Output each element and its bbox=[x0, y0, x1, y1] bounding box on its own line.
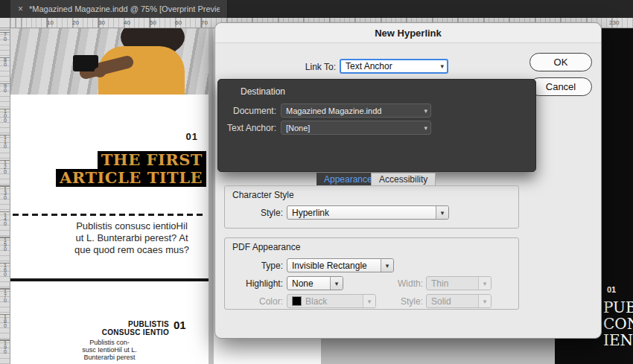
h-ruler-label: 30 bbox=[98, 19, 105, 26]
cancel-button[interactable]: Cancel bbox=[529, 77, 592, 96]
v-ruler-label: 80 bbox=[3, 58, 7, 67]
type-label: Type: bbox=[238, 261, 283, 271]
right-page-title-line: PUB bbox=[603, 299, 633, 316]
footer-heading-line: PUBLISTIS bbox=[102, 320, 169, 328]
destination-panel: Destination Document: Magazined Magazine… bbox=[217, 79, 536, 172]
right-page-number: 01 bbox=[607, 285, 616, 294]
h-ruler-label: 70 bbox=[201, 19, 208, 26]
chevron-down-icon: ▾ bbox=[436, 206, 448, 219]
v-ruler-label: 160 bbox=[3, 264, 7, 277]
type-value: Invisible Rectangle bbox=[292, 261, 367, 271]
chevron-down-icon: ▾ bbox=[478, 277, 491, 290]
footer-text-line: susc IentioHil ut L. bbox=[24, 346, 195, 354]
color-swatch bbox=[292, 296, 302, 306]
close-tab-icon[interactable]: × bbox=[18, 4, 23, 13]
dialog-title-bar: New Hyperlink bbox=[215, 23, 601, 43]
chevron-down-icon: ▾ bbox=[440, 63, 444, 70]
chevron-down-icon: ▾ bbox=[478, 295, 491, 307]
v-ruler-label: 100 bbox=[3, 109, 7, 123]
document-tab-title: *Magazined Magazine.indd @ 75% [Overprin… bbox=[29, 4, 220, 13]
ok-button-label: OK bbox=[554, 57, 568, 68]
article-body: Publistis consusc ientioHil ut L. Bunter… bbox=[57, 220, 207, 256]
footer-text-line: Publistis con- bbox=[24, 339, 195, 346]
h-ruler-label: 60 bbox=[175, 19, 182, 26]
chevron-down-icon: ▾ bbox=[330, 277, 343, 290]
v-ruler-label: 130 bbox=[3, 187, 7, 200]
tab-accessibility[interactable]: Accessibility bbox=[371, 173, 436, 186]
h-ruler-label: 230 bbox=[609, 19, 619, 26]
destination-document-value: Magazined Magazine.indd bbox=[286, 106, 381, 115]
h-ruler-label: 10 bbox=[47, 19, 54, 26]
link-to-dropdown[interactable]: Text Anchor ▾ bbox=[340, 59, 448, 74]
h-ruler-label: 20 bbox=[72, 19, 79, 26]
footer-heading-line: CONSUSC IENTIO bbox=[102, 328, 169, 336]
right-page-title-line: CON bbox=[603, 316, 633, 332]
link-to-label: Link To: bbox=[295, 62, 336, 72]
destination-anchor-label: Text Anchor: bbox=[218, 123, 276, 133]
pdf-style-label: Style: bbox=[371, 296, 423, 307]
v-ruler-label: 110 bbox=[3, 135, 7, 149]
destination-anchor-value: [None] bbox=[286, 124, 310, 132]
character-style-group: Character Style Style: Hyperlink ▾ bbox=[224, 185, 519, 229]
highlight-value: None bbox=[292, 278, 314, 289]
v-ruler-label: 90 bbox=[3, 84, 7, 93]
dashed-divider bbox=[13, 214, 206, 216]
article-title-line: ARTICLE TITLE bbox=[56, 169, 206, 187]
article-body-line: Publistis consusc ientioHil bbox=[57, 220, 207, 232]
width-dropdown: Thin ▾ bbox=[426, 276, 492, 290]
tab-appearance[interactable]: Appearance bbox=[316, 173, 380, 186]
v-ruler-label: 70 bbox=[3, 33, 7, 42]
footer-text: Publistis con- susc IentioHil ut L. Bunt… bbox=[24, 339, 195, 361]
magazine-page-left: 01 THE FIRST ARTICLE TITLE Publistis con… bbox=[10, 28, 209, 364]
destination-document-label: Document: bbox=[220, 106, 276, 116]
character-style-title: Character Style bbox=[232, 190, 294, 200]
h-ruler-label: 40 bbox=[124, 19, 130, 26]
highlight-label: Highlight: bbox=[231, 278, 283, 289]
footer-number: 01 bbox=[174, 319, 186, 331]
ok-button[interactable]: OK bbox=[529, 53, 592, 71]
pdf-appearance-title: PDF Appearance bbox=[232, 242, 300, 252]
destination-title: Destination bbox=[241, 86, 285, 97]
highlight-dropdown[interactable]: None ▾ bbox=[287, 276, 343, 290]
dialog-title: New Hyperlink bbox=[375, 28, 442, 39]
style-label: Style: bbox=[240, 208, 283, 218]
h-ruler-label: 50 bbox=[150, 19, 156, 26]
chevron-down-icon: ▾ bbox=[424, 107, 427, 115]
article-title: THE FIRST ARTICLE TITLE bbox=[56, 151, 206, 187]
color-dropdown: Black ▾ bbox=[287, 294, 376, 308]
chevron-down-icon: ▾ bbox=[424, 124, 427, 132]
tab-accessibility-label: Accessibility bbox=[379, 174, 427, 185]
v-ruler-label: 170 bbox=[3, 290, 7, 303]
color-label: Color: bbox=[231, 296, 283, 307]
magazine-photo bbox=[10, 28, 209, 95]
vertical-ruler: 70 80 90 100 110 120 130 140 150 160 170… bbox=[0, 28, 10, 364]
type-dropdown[interactable]: Invisible Rectangle ▾ bbox=[287, 258, 394, 272]
v-ruler-label: 120 bbox=[3, 161, 7, 174]
article-body-line: ut L. Bunterarbi perest? At bbox=[57, 232, 207, 244]
page-number: 01 bbox=[186, 131, 198, 142]
width-label: Width: bbox=[371, 278, 423, 289]
color-value: Black bbox=[305, 296, 327, 307]
link-to-value: Text Anchor bbox=[346, 61, 392, 71]
v-ruler-label: 190 bbox=[3, 341, 7, 354]
document-tab[interactable]: × *Magazined Magazine.indd @ 75% [Overpr… bbox=[10, 0, 228, 18]
pdf-style-dropdown: Solid ▾ bbox=[426, 294, 492, 308]
right-page-title: PUB CON IENT bbox=[603, 299, 633, 348]
pdf-appearance-group: PDF Appearance Type: Invisible Rectangle… bbox=[224, 237, 519, 310]
article-title-line: THE FIRST bbox=[98, 151, 206, 169]
cancel-button-label: Cancel bbox=[546, 81, 576, 92]
footer-heading: PUBLISTIS CONSUSC IENTIO bbox=[102, 320, 169, 336]
article-body-line: que quod rem ocaes mus? bbox=[57, 244, 207, 256]
photo-person-hand bbox=[94, 67, 106, 77]
v-ruler-label: 180 bbox=[3, 315, 7, 328]
destination-anchor-dropdown[interactable]: [None] ▾ bbox=[281, 121, 431, 135]
new-hyperlink-dialog: New Hyperlink Link To: Text Anchor ▾ OK … bbox=[214, 22, 602, 339]
destination-document-dropdown[interactable]: Magazined Magazine.indd ▾ bbox=[281, 103, 431, 118]
pdf-style-value: Solid bbox=[431, 296, 451, 307]
v-ruler-label: 150 bbox=[3, 238, 7, 252]
character-style-dropdown[interactable]: Hyperlink ▾ bbox=[287, 205, 449, 220]
tab-appearance-label: Appearance bbox=[324, 174, 372, 185]
width-value: Thin bbox=[431, 278, 448, 289]
document-tab-bar: × *Magazined Magazine.indd @ 75% [Overpr… bbox=[0, 0, 633, 18]
footer-text-line: Bunterarbi perest bbox=[24, 354, 195, 361]
